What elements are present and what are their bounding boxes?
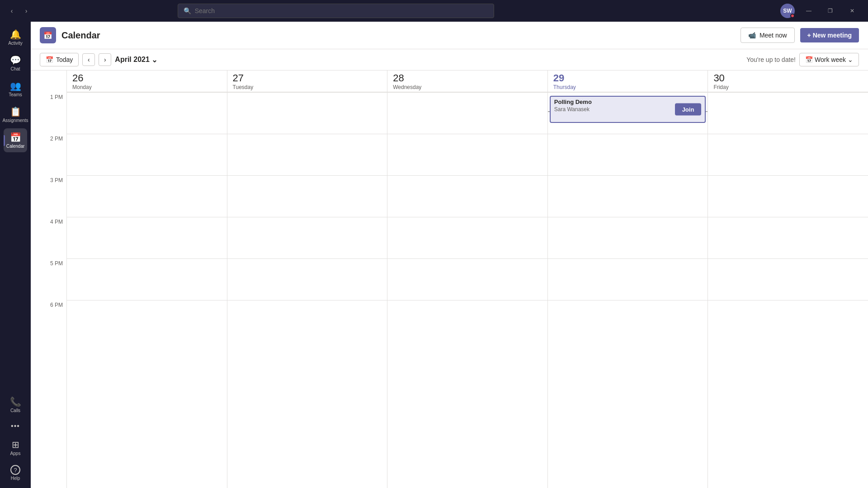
time-column: 1 PM 2 PM 3 PM 4 PM 5 PM 6 PM xyxy=(31,70,67,488)
sidebar-item-activity[interactable]: 🔔 Activity xyxy=(4,25,27,49)
header-actions: 📹 Meet now + New meeting xyxy=(741,28,859,43)
next-arrow-button[interactable]: › xyxy=(99,53,111,66)
back-button[interactable]: ‹ xyxy=(5,5,18,17)
assignments-icon: 📋 xyxy=(10,106,21,117)
forward-button[interactable]: › xyxy=(20,5,33,17)
day-header-friday: 30 Friday xyxy=(708,70,868,92)
sidebar-item-apps[interactable]: ⊞ Apps xyxy=(4,436,27,460)
view-selector[interactable]: 📅 Work week ⌄ xyxy=(799,53,859,66)
today-button[interactable]: 📅 Today xyxy=(40,53,79,66)
new-meeting-button[interactable]: + New meeting xyxy=(800,28,859,42)
day-header-monday: 26 Monday xyxy=(67,70,227,92)
activity-icon: 🔔 xyxy=(10,29,21,40)
app-body: 🔔 Activity 💬 Chat 👥 Teams 📋 Assignments … xyxy=(0,22,868,488)
day-header-wednesday: 28 Wednesday xyxy=(387,70,547,92)
event-polling-demo[interactable]: Polling Demo Sara Wanasek Join xyxy=(550,96,706,123)
hour-line xyxy=(227,175,387,176)
sidebar-item-chat[interactable]: 💬 Chat xyxy=(4,51,27,75)
sidebar-item-calendar[interactable]: 📅 Calendar xyxy=(4,128,27,152)
hour-line xyxy=(67,258,227,259)
calendar-small-icon: 📅 xyxy=(46,56,53,63)
sidebar-item-label: Calendar xyxy=(6,144,25,149)
search-input[interactable] xyxy=(195,7,488,14)
sidebar-item-label: Help xyxy=(11,476,20,481)
calendar-icon: 📅 xyxy=(10,132,21,143)
time-slot-3pm: 3 PM xyxy=(31,175,66,217)
window-controls: — ❐ ✕ xyxy=(798,4,863,18)
up-to-date-text: You're up to date! xyxy=(746,56,796,63)
hour-line xyxy=(227,300,387,300)
calls-icon: 📞 xyxy=(10,396,21,407)
sidebar-bottom: 📞 Calls ••• ⊞ Apps ? Help xyxy=(4,393,27,484)
sidebar-item-label: Chat xyxy=(10,66,20,71)
hour-line xyxy=(387,92,547,93)
sidebar-item-label: Activity xyxy=(8,41,23,46)
sidebar-item-more[interactable]: ••• xyxy=(4,418,27,434)
title-bar-right: SW — ❐ ✕ xyxy=(780,4,863,18)
meet-now-button[interactable]: 📹 Meet now xyxy=(741,28,795,43)
day-tuesday: 27 Tuesday xyxy=(227,70,388,488)
calendar-grid: 1 PM 2 PM 3 PM 4 PM 5 PM 6 PM 26 Monday xyxy=(31,70,868,488)
hour-line xyxy=(227,134,387,134)
hour-line xyxy=(548,175,708,176)
hour-line xyxy=(387,175,547,176)
day-header-tuesday: 27 Tuesday xyxy=(227,70,387,92)
day-body-friday[interactable] xyxy=(708,92,868,488)
avatar[interactable]: SW xyxy=(780,4,795,18)
calendar-area: 📅 Calendar 📹 Meet now + New meeting 📅 To… xyxy=(31,22,868,488)
sidebar-item-help[interactable]: ? Help xyxy=(4,461,27,484)
minimize-button[interactable]: — xyxy=(798,4,819,18)
sidebar-item-label: Teams xyxy=(9,92,22,97)
hour-line xyxy=(387,258,547,259)
sidebar-item-calls[interactable]: 📞 Calls xyxy=(4,393,27,417)
day-body-thursday[interactable]: Polling Demo Sara Wanasek Join xyxy=(548,92,708,488)
hour-line xyxy=(548,300,708,300)
sidebar-item-assignments[interactable]: 📋 Assignments xyxy=(4,103,27,127)
hour-line xyxy=(708,92,868,93)
hour-line xyxy=(387,217,547,217)
nav-controls: ‹ › xyxy=(5,5,33,17)
join-button[interactable]: Join xyxy=(675,103,702,116)
days-container: 26 Monday 27 T xyxy=(67,70,868,488)
hour-line xyxy=(67,217,227,217)
video-icon: 📹 xyxy=(748,32,756,39)
teams-icon: 👥 xyxy=(10,80,21,91)
day-wednesday: 28 Wednesday xyxy=(387,70,548,488)
day-monday: 26 Monday xyxy=(67,70,227,488)
title-bar: ‹ › 🔍 SW — ❐ ✕ xyxy=(0,0,868,22)
time-slot-2pm: 2 PM xyxy=(31,134,66,175)
hour-line xyxy=(387,134,547,134)
sidebar-item-label: Calls xyxy=(10,408,20,413)
hour-line xyxy=(548,217,708,217)
avatar-status-badge xyxy=(790,14,795,18)
chevron-down-icon: ⌄ xyxy=(151,56,157,64)
hour-line xyxy=(227,217,387,217)
sidebar-item-teams[interactable]: 👥 Teams xyxy=(4,77,27,101)
day-friday: 30 Friday xyxy=(708,70,868,488)
hour-line xyxy=(548,134,708,134)
month-display[interactable]: April 2021 ⌄ xyxy=(115,56,157,64)
time-slot-6pm: 6 PM xyxy=(31,300,66,342)
sidebar-item-label: Apps xyxy=(10,451,21,456)
day-thursday: 29 Thursday Polling De xyxy=(548,70,708,488)
calendar-nav: 📅 Today ‹ › April 2021 ⌄ You're up to da… xyxy=(31,49,868,70)
hour-line xyxy=(67,300,227,300)
view-selector-icon: 📅 xyxy=(805,56,813,63)
sidebar: 🔔 Activity 💬 Chat 👥 Teams 📋 Assignments … xyxy=(0,22,31,488)
hour-line xyxy=(548,258,708,259)
time-slot-4pm: 4 PM xyxy=(31,217,66,258)
time-slot-1pm: 1 PM xyxy=(31,92,66,134)
close-button[interactable]: ✕ xyxy=(842,4,863,18)
day-body-wednesday[interactable] xyxy=(387,92,547,488)
calendar-header: 📅 Calendar 📹 Meet now + New meeting xyxy=(31,22,868,49)
prev-arrow-button[interactable]: ‹ xyxy=(82,53,95,66)
maximize-button[interactable]: ❐ xyxy=(820,4,841,18)
calendar-page-icon: 📅 xyxy=(40,27,56,43)
hour-line xyxy=(548,92,708,93)
time-slot-5pm: 5 PM xyxy=(31,258,66,300)
hour-line xyxy=(708,134,868,134)
day-body-tuesday[interactable] xyxy=(227,92,387,488)
search-bar[interactable]: 🔍 xyxy=(178,4,494,18)
day-header-thursday: 29 Thursday xyxy=(548,70,708,92)
day-body-monday[interactable] xyxy=(67,92,227,488)
